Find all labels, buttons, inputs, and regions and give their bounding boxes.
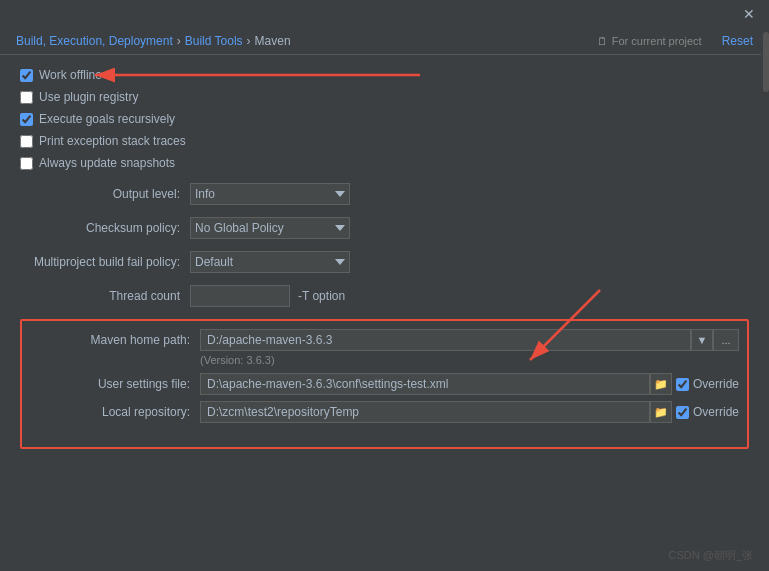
project-label: For current project: [612, 35, 702, 47]
output-level-wrapper: Info Debug Error: [190, 183, 350, 205]
user-override-label[interactable]: Override: [693, 377, 739, 391]
user-settings-label: User settings file:: [30, 377, 200, 391]
user-settings-browse-button[interactable]: 📁: [650, 373, 672, 395]
project-indicator: 🗒 For current project: [597, 35, 702, 47]
print-exception-row: Print exception stack traces: [20, 133, 749, 149]
execute-goals-label[interactable]: Execute goals recursively: [39, 112, 175, 126]
always-update-checkbox[interactable]: [20, 157, 33, 170]
local-override-label[interactable]: Override: [693, 405, 739, 419]
user-override-checkbox[interactable]: [676, 378, 689, 391]
checksum-policy-label: Checksum policy:: [20, 221, 190, 235]
checksum-policy-select[interactable]: No Global Policy Warn Fail Ignore: [190, 217, 350, 239]
multiproject-label: Multiproject build fail policy:: [20, 255, 190, 269]
folder-icon-2: 📁: [654, 406, 668, 419]
thread-count-label: Thread count: [20, 289, 190, 303]
multiproject-row: Multiproject build fail policy: Default …: [20, 251, 749, 273]
thread-count-row: Thread count -T option: [20, 285, 749, 307]
maven-dropdown-button[interactable]: ▼: [691, 329, 713, 351]
project-icon: 🗒: [597, 35, 608, 47]
local-repo-label: Local repository:: [30, 405, 200, 419]
maven-version-row: (Version: 3.6.3): [30, 353, 739, 367]
user-override-check: Override: [676, 377, 739, 391]
multiproject-select[interactable]: Default At End Never: [190, 251, 350, 273]
local-repo-row: Local repository: 📁 Override: [30, 401, 739, 423]
breadcrumb-part1[interactable]: Build, Execution, Deployment: [16, 34, 173, 48]
maven-home-label: Maven home path:: [30, 333, 200, 347]
print-exception-checkbox[interactable]: [20, 135, 33, 148]
local-repo-browse-button[interactable]: 📁: [650, 401, 672, 423]
local-repo-input[interactable]: [200, 401, 650, 423]
title-bar: ✕: [0, 0, 769, 28]
plugin-registry-checkbox[interactable]: [20, 91, 33, 104]
maven-version-label: (Version: 3.6.3): [200, 351, 275, 371]
output-level-label: Output level:: [20, 187, 190, 201]
always-update-label[interactable]: Always update snapshots: [39, 156, 175, 170]
maven-home-row: Maven home path: ▼ ...: [30, 329, 739, 351]
work-offline-checkbox[interactable]: [20, 69, 33, 82]
breadcrumb-part3: Maven: [255, 34, 291, 48]
maven-home-input[interactable]: [200, 329, 691, 351]
plugin-registry-row: Use plugin registry: [20, 89, 749, 105]
scrollbar-thumb[interactable]: [763, 32, 769, 92]
t-option-label: -T option: [298, 289, 345, 303]
local-override-checkbox[interactable]: [676, 406, 689, 419]
user-settings-input[interactable]: [200, 373, 650, 395]
form-section: Work offline Use plugin registry Execute…: [20, 67, 749, 449]
watermark: CSDN @朝明_张: [668, 548, 753, 563]
chevron-down-icon: ▼: [697, 334, 708, 346]
breadcrumb-sep1: ›: [177, 34, 181, 48]
always-update-row: Always update snapshots: [20, 155, 749, 171]
plugin-registry-label[interactable]: Use plugin registry: [39, 90, 138, 104]
local-override-check: Override: [676, 405, 739, 419]
work-offline-label[interactable]: Work offline: [39, 68, 102, 82]
checksum-policy-wrapper: No Global Policy Warn Fail Ignore: [190, 217, 350, 239]
work-offline-row: Work offline: [20, 67, 749, 83]
user-settings-row: User settings file: 📁 Override: [30, 373, 739, 395]
main-content: Work offline Use plugin registry Execute…: [0, 55, 769, 571]
close-button[interactable]: ✕: [737, 4, 761, 24]
checksum-policy-row: Checksum policy: No Global Policy Warn F…: [20, 217, 749, 239]
ellipsis-icon: ...: [721, 334, 730, 346]
settings-dialog: ✕ Build, Execution, Deployment › Build T…: [0, 0, 769, 571]
breadcrumb-sep2: ›: [247, 34, 251, 48]
reset-button[interactable]: Reset: [722, 34, 753, 48]
scrollbar[interactable]: [761, 0, 769, 571]
output-level-row: Output level: Info Debug Error: [20, 183, 749, 205]
breadcrumb: Build, Execution, Deployment › Build Too…: [0, 28, 769, 55]
print-exception-label[interactable]: Print exception stack traces: [39, 134, 186, 148]
maven-config-box: Maven home path: ▼ ... (Version: 3.6.3) …: [20, 319, 749, 449]
maven-browse-button[interactable]: ...: [713, 329, 739, 351]
folder-icon: 📁: [654, 378, 668, 391]
multiproject-wrapper: Default At End Never: [190, 251, 350, 273]
thread-count-input[interactable]: [190, 285, 290, 307]
execute-goals-checkbox[interactable]: [20, 113, 33, 126]
execute-goals-row: Execute goals recursively: [20, 111, 749, 127]
output-level-select[interactable]: Info Debug Error: [190, 183, 350, 205]
breadcrumb-part2[interactable]: Build Tools: [185, 34, 243, 48]
